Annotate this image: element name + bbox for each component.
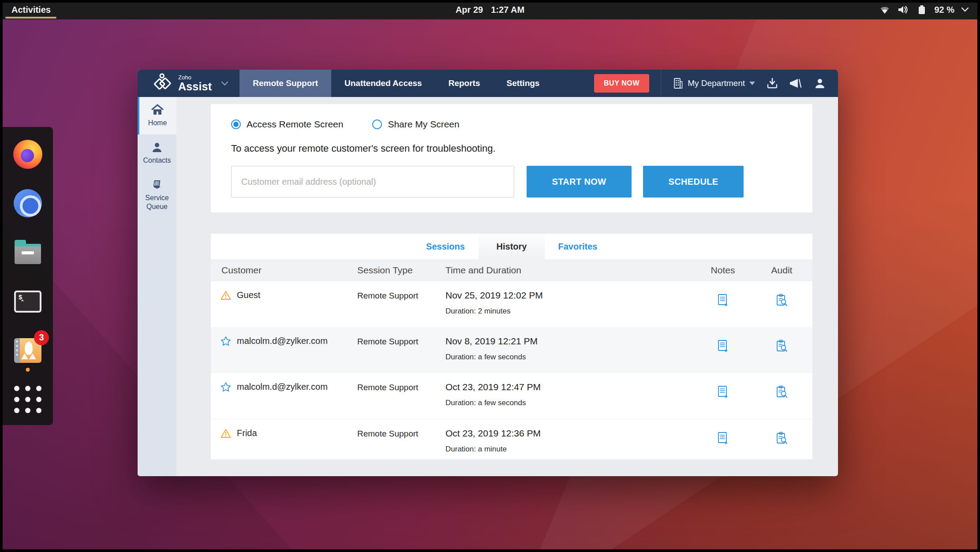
radio-share-my-screen[interactable]: Share My Screen: [372, 119, 459, 130]
nav-tab-remote-support[interactable]: Remote Support: [239, 70, 331, 97]
service-queue-icon: [151, 179, 163, 190]
add-note-icon: [717, 339, 729, 353]
download-icon[interactable]: [767, 78, 778, 89]
wifi-icon: [879, 5, 890, 14]
dock-software-updater[interactable]: 3: [12, 335, 44, 366]
sidebar-item-label: Contacts: [143, 156, 171, 165]
start-now-button[interactable]: START NOW: [527, 166, 632, 198]
main-nav-tabs: Remote Support Unattended Access Reports…: [239, 70, 553, 97]
clock-date: Apr 29: [456, 5, 483, 15]
battery-icon: [916, 5, 927, 15]
col-session-type: Session Type: [357, 265, 445, 276]
files-icon: [15, 244, 41, 264]
dock-files[interactable]: [12, 236, 44, 268]
session-time: Oct 23, 2019 12:47 PM: [445, 382, 695, 392]
chromium-icon: [14, 189, 42, 217]
schedule-button[interactable]: SCHEDULE: [643, 166, 744, 198]
department-caret-icon: [749, 82, 755, 85]
dock-chromium[interactable]: [12, 187, 44, 219]
audit-button[interactable]: [751, 428, 812, 445]
department-selector[interactable]: My Department: [673, 78, 755, 89]
brand-assist: Assist: [178, 81, 212, 92]
notes-button[interactable]: [695, 290, 751, 307]
system-status-menu[interactable]: 92 %: [879, 5, 969, 15]
sessions-table-card: Sessions History Favorites Customer Sess…: [211, 234, 812, 459]
desktop: Activities Apr 29 1:27 AM 92 %: [0, 0, 980, 552]
session-duration: Duration: a few seconds: [445, 353, 695, 362]
nav-tab-settings[interactable]: Settings: [493, 70, 553, 97]
department-label: My Department: [688, 78, 745, 88]
session-time: Nov 8, 2019 12:21 PM: [445, 336, 695, 347]
announcements-icon[interactable]: [789, 78, 803, 89]
audit-search-icon: [776, 432, 788, 445]
brand-chevron-icon[interactable]: [221, 70, 228, 97]
zoho-assist-window: Zoho Assist Remote Support Unattended Ac…: [138, 70, 838, 476]
buy-now-button[interactable]: BUY NOW: [594, 74, 649, 93]
radio-label: Access Remote Screen: [247, 119, 343, 130]
home-icon: [151, 104, 164, 116]
session-mode-radios: Access Remote Screen Share My Screen: [231, 119, 792, 130]
sidebar-item-service-queue[interactable]: Service Queue: [138, 172, 176, 218]
zoho-logo-icon: [153, 72, 173, 94]
col-time-duration: Time and Duration: [445, 265, 695, 276]
session-time: Nov 25, 2019 12:02 PM: [445, 290, 695, 301]
department-building-icon: [673, 78, 683, 89]
clock-time: 1:27 AM: [491, 5, 524, 15]
navbar-divider: [661, 70, 661, 97]
running-indicator: [26, 368, 30, 372]
activities-label: Activities: [11, 5, 51, 15]
radio-access-remote-screen[interactable]: Access Remote Screen: [231, 119, 343, 130]
audit-button[interactable]: [751, 336, 812, 353]
contacts-icon: [151, 142, 163, 153]
col-notes: Notes: [695, 265, 751, 276]
audit-search-icon: [776, 385, 788, 399]
battery-percent: 92 %: [934, 5, 954, 15]
account-icon[interactable]: [814, 78, 826, 89]
sidebar-item-label: Home: [148, 119, 167, 127]
radio-label: Share My Screen: [388, 119, 459, 130]
table-row: Guest Remote Support Nov 25, 2019 12:02 …: [211, 281, 812, 327]
audit-search-icon: [776, 294, 788, 307]
audit-button[interactable]: [751, 382, 812, 399]
col-customer: Customer: [211, 265, 357, 276]
notes-button[interactable]: [695, 428, 751, 445]
tab-history[interactable]: History: [479, 234, 545, 259]
brand-zoho: Zoho: [178, 75, 212, 80]
add-note-icon: [717, 294, 729, 307]
workspace: Home Contacts Service Queue: [138, 97, 838, 476]
app-navbar: Zoho Assist Remote Support Unattended Ac…: [138, 70, 838, 97]
star-icon: [221, 336, 231, 346]
activities-button[interactable]: Activities: [0, 0, 62, 19]
sidebar-item-contacts[interactable]: Contacts: [138, 134, 176, 172]
table-row: malcolm.d@zylker.com Remote Support Oct …: [211, 373, 812, 419]
audit-button[interactable]: [751, 290, 812, 307]
audit-search-icon: [776, 339, 788, 353]
zoho-assist-logo[interactable]: Zoho Assist: [138, 70, 221, 97]
nav-tab-unattended-access[interactable]: Unattended Access: [331, 70, 435, 97]
dock-terminal[interactable]: [12, 286, 44, 317]
session-duration: Duration: 2 minutes: [445, 307, 695, 316]
sidebar-item-home[interactable]: Home: [138, 97, 176, 134]
notes-button[interactable]: [695, 336, 751, 353]
session-type: Remote Support: [357, 290, 445, 301]
terminal-icon: [14, 291, 41, 313]
notes-button[interactable]: [695, 382, 751, 399]
session-type: Remote Support: [357, 336, 445, 347]
dock-firefox[interactable]: [12, 138, 44, 170]
tab-favorites[interactable]: Favorites: [545, 234, 611, 259]
session-duration: Duration: a minute: [445, 445, 695, 454]
tab-sessions[interactable]: Sessions: [412, 234, 479, 259]
sidebar-item-label: Service Queue: [138, 194, 176, 211]
nav-tab-reports[interactable]: Reports: [435, 70, 494, 97]
warning-icon: [221, 291, 231, 300]
customer-name: malcolm.d@zylker.com: [237, 336, 328, 346]
customer-name: Guest: [237, 290, 260, 300]
add-note-icon: [717, 432, 729, 445]
chevron-down-icon: [961, 7, 969, 12]
dock-app-grid[interactable]: [12, 384, 44, 415]
clock-menu[interactable]: Apr 29 1:27 AM: [456, 5, 524, 15]
radio-selected-icon: [231, 119, 241, 129]
customer-email-input[interactable]: [231, 166, 514, 198]
history-tabbar: Sessions History Favorites: [211, 234, 812, 259]
col-audit: Audit: [751, 265, 812, 276]
